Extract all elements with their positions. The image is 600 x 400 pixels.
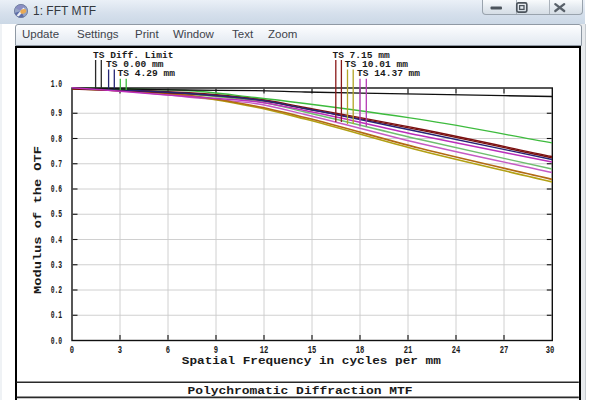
svg-text:0.2: 0.2 — [51, 285, 63, 296]
svg-text:1.0: 1.0 — [51, 79, 63, 90]
svg-text:0.9: 0.9 — [51, 108, 63, 119]
svg-text:3: 3 — [118, 345, 122, 356]
svg-text:15: 15 — [308, 345, 317, 356]
svg-text:0.5: 0.5 — [51, 209, 63, 220]
svg-text:9: 9 — [214, 345, 218, 356]
svg-text:Modulus of the OTF: Modulus of the OTF — [32, 146, 44, 294]
svg-text:0.0: 0.0 — [51, 336, 63, 347]
svg-text:12: 12 — [260, 345, 269, 356]
svg-text:30: 30 — [546, 345, 555, 356]
svg-text:TS 14.37 mm: TS 14.37 mm — [357, 68, 420, 79]
svg-text:0.8: 0.8 — [51, 134, 63, 145]
svg-text:Spatial Frequency in cycles pe: Spatial Frequency in cycles per mm — [182, 355, 441, 367]
svg-text:Polychromatic Diffraction MTF: Polychromatic Diffraction MTF — [188, 385, 413, 397]
svg-text:0.6: 0.6 — [51, 184, 63, 195]
svg-text:0.3: 0.3 — [51, 260, 63, 271]
svg-text:6: 6 — [166, 345, 170, 356]
svg-text:18: 18 — [356, 345, 365, 356]
svg-text:TS 4.29 mm: TS 4.29 mm — [118, 68, 176, 79]
svg-text:21: 21 — [404, 345, 413, 356]
svg-text:0.4: 0.4 — [51, 235, 63, 246]
svg-text:27: 27 — [500, 345, 509, 356]
svg-text:0.7: 0.7 — [51, 159, 63, 170]
svg-text:24: 24 — [452, 345, 461, 356]
svg-text:0: 0 — [70, 345, 74, 356]
svg-text:0.1: 0.1 — [51, 310, 63, 321]
